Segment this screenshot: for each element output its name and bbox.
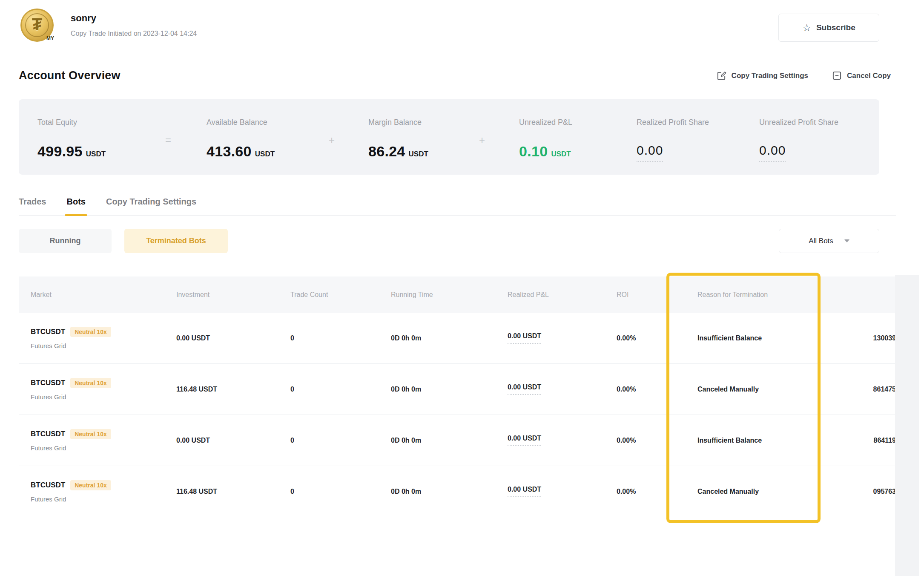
reason-cell: Insufficient Balance	[686, 334, 826, 342]
cancel-copy-button[interactable]: Cancel Copy	[832, 71, 891, 81]
stats-divider	[613, 115, 613, 161]
bot-type-label: Futures Grid	[31, 342, 164, 349]
available-balance-unit: USDT	[255, 150, 275, 158]
minus-square-icon	[832, 71, 842, 81]
trade-count-cell: 0	[278, 386, 379, 393]
investment-cell: 116.48 USDT	[164, 488, 278, 495]
copy-trading-settings-label: Copy Trading Settings	[732, 72, 808, 80]
bot-type-label: Futures Grid	[31, 393, 164, 400]
trader-meta: sonry Copy Trade Initiated on 2023-12-04…	[71, 13, 197, 37]
col-reason-for-termination: Reason for Termination	[686, 291, 826, 299]
trader-name: sonry	[71, 13, 197, 24]
leverage-badge: Neutral 10x	[70, 429, 111, 439]
terminated-bots-table: Market Investment Trade Count Running Ti…	[19, 276, 896, 517]
col-trade-count: Trade Count	[278, 291, 379, 299]
table-row: BTCUSDT Neutral 10x Futures Grid 0.00 US…	[19, 415, 896, 466]
avatar: ₮ MY	[20, 9, 54, 42]
stat-unrealized-profit-share: Unrealized Profit Share 0.00	[759, 118, 838, 162]
subscribe-button[interactable]: ☆ Subscribe	[778, 14, 879, 42]
margin-balance-value: 86.24	[368, 143, 405, 160]
reason-cell: Insufficient Balance	[686, 437, 826, 444]
stat-available-balance: Available Balance 413.60 USDT	[207, 118, 275, 160]
realized-profit-share-value: 0.00	[637, 143, 663, 162]
running-filter-button[interactable]: Running	[19, 229, 112, 253]
star-icon: ☆	[802, 23, 811, 33]
running-time-cell: 0D 0h 0m	[379, 437, 496, 444]
status-filter-group: Running Terminated Bots	[19, 229, 228, 253]
trade-count-cell: 0	[278, 334, 379, 342]
bot-type-label: Futures Grid	[31, 495, 164, 503]
running-time-cell: 0D 0h 0m	[379, 334, 496, 342]
market-cell: BTCUSDT Neutral 10x Futures Grid	[19, 378, 164, 400]
table-header-row: Market Investment Trade Count Running Ti…	[19, 276, 896, 313]
all-bots-dropdown-value: All Bots	[809, 237, 833, 245]
tab-bar: Trades Bots Copy Trading Settings	[19, 197, 896, 216]
unrealized-pnl-value: 0.10	[519, 143, 548, 160]
total-equity-value: 499.95	[37, 143, 83, 160]
table-row: BTCUSDT Neutral 10x Futures Grid 116.48 …	[19, 466, 896, 517]
col-roi: ROI	[605, 291, 686, 299]
copy-trading-page: ₮ MY sonry Copy Trade Initiated on 2023-…	[0, 0, 924, 576]
investment-cell: 0.00 USDT	[164, 334, 278, 342]
tab-bots[interactable]: Bots	[66, 197, 85, 207]
edit-icon	[717, 71, 726, 81]
trade-count-cell: 0	[278, 437, 379, 444]
roi-cell: 0.00%	[605, 437, 686, 444]
top-bar: ₮ MY sonry Copy Trade Initiated on 2023-…	[19, 0, 896, 42]
leverage-badge: Neutral 10x	[70, 327, 111, 337]
reason-cell: Canceled Manually	[686, 488, 826, 495]
col-realized-pnl: Realized P&L	[496, 291, 605, 299]
roi-cell: 0.00%	[605, 488, 686, 495]
plus-operator: +	[329, 134, 335, 146]
cancel-copy-label: Cancel Copy	[847, 72, 891, 80]
leverage-badge: Neutral 10x	[70, 480, 111, 490]
bot-id-cell: 095763	[826, 488, 896, 495]
all-bots-dropdown[interactable]: All Bots	[779, 229, 879, 253]
roi-cell: 0.00%	[605, 334, 686, 342]
realized-pnl-cell: 0.00 USDT	[496, 435, 605, 446]
subscribe-label: Subscribe	[816, 23, 855, 32]
realized-pnl-cell: 0.00 USDT	[496, 332, 605, 344]
margin-balance-unit: USDT	[409, 150, 428, 158]
running-time-cell: 0D 0h 0m	[379, 386, 496, 393]
table-row: BTCUSDT Neutral 10x Futures Grid 116.48 …	[19, 364, 896, 415]
investment-cell: 116.48 USDT	[164, 386, 278, 393]
chevron-down-icon	[844, 239, 849, 242]
reason-cell: Canceled Manually	[686, 386, 826, 393]
available-balance-value: 413.60	[207, 143, 252, 160]
col-market: Market	[19, 291, 164, 299]
table-row: BTCUSDT Neutral 10x Futures Grid 0.00 US…	[19, 313, 896, 364]
plus-operator-2: +	[479, 134, 485, 146]
avatar-flag-label: MY	[46, 35, 54, 41]
overview-actions: Copy Trading Settings Cancel Copy	[717, 71, 891, 81]
stat-margin-balance: Margin Balance 86.24 USDT	[368, 118, 428, 160]
tab-trades[interactable]: Trades	[19, 197, 46, 207]
trader-profile: ₮ MY sonry Copy Trade Initiated on 2023-…	[19, 9, 197, 42]
tab-copy-trading-settings[interactable]: Copy Trading Settings	[106, 197, 196, 207]
account-overview-stats: Total Equity 499.95 USDT = Available Bal…	[19, 99, 879, 175]
realized-pnl-cell: 0.00 USDT	[496, 383, 605, 395]
market-cell: BTCUSDT Neutral 10x Futures Grid	[19, 480, 164, 503]
bot-id-cell: 861475	[826, 386, 896, 393]
trade-count-cell: 0	[278, 488, 379, 495]
realized-pnl-cell: 0.00 USDT	[496, 486, 605, 497]
investment-cell: 0.00 USDT	[164, 437, 278, 444]
right-edge-strip	[895, 275, 919, 576]
bot-filters: Running Terminated Bots All Bots	[19, 229, 896, 253]
roi-cell: 0.00%	[605, 386, 686, 393]
market-cell: BTCUSDT Neutral 10x Futures Grid	[19, 327, 164, 349]
total-equity-unit: USDT	[86, 150, 106, 158]
market-cell: BTCUSDT Neutral 10x Futures Grid	[19, 429, 164, 452]
stat-unrealized-pnl: Unrealized P&L 0.10 USDT	[519, 118, 572, 160]
copy-trade-initiated-text: Copy Trade Initiated on 2023-12-04 14:24	[71, 30, 197, 37]
col-running-time: Running Time	[379, 291, 496, 299]
unrealized-pnl-unit: USDT	[551, 150, 571, 158]
copy-trading-settings-button[interactable]: Copy Trading Settings	[717, 71, 808, 81]
overview-head: Account Overview Copy Trading Settings	[19, 69, 896, 82]
running-time-cell: 0D 0h 0m	[379, 488, 496, 495]
bot-type-label: Futures Grid	[31, 444, 164, 452]
terminated-bots-filter-button[interactable]: Terminated Bots	[124, 229, 228, 253]
bot-id-cell: 864119	[826, 437, 896, 444]
stat-total-equity: Total Equity 499.95 USDT	[37, 118, 106, 160]
unrealized-profit-share-value: 0.00	[759, 143, 786, 162]
